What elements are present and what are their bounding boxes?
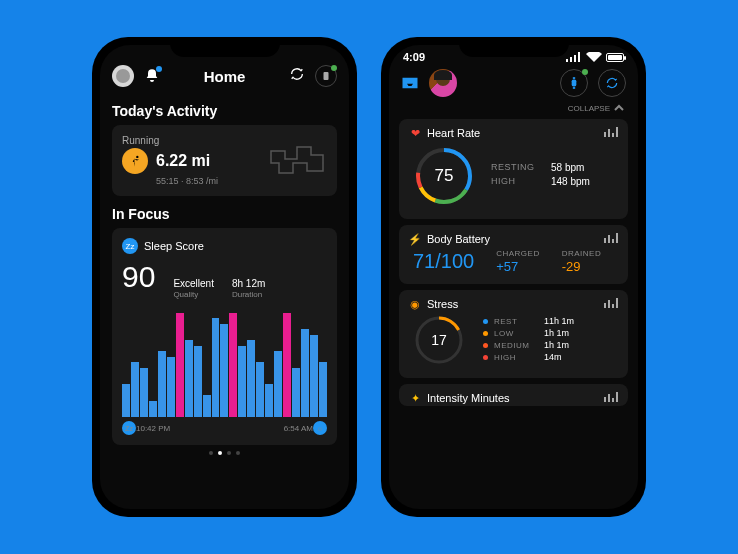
- sync-button[interactable]: [289, 66, 305, 86]
- svg-rect-20: [612, 239, 614, 243]
- stress-title: Stress: [427, 298, 458, 310]
- svg-rect-2: [566, 59, 568, 62]
- status-time: 4:09: [403, 51, 425, 63]
- battery-icon: ⚡: [409, 233, 421, 245]
- sleep-score: 90: [122, 260, 155, 294]
- chart-axis: Zz 10:42 PM 6:54 AM ☼: [122, 421, 327, 435]
- running-card[interactable]: Running 6.22 mi 55:15 · 8:53 /mi: [112, 125, 337, 196]
- legend-value: 1h 1m: [544, 340, 569, 350]
- legend-value: 1h 1m: [544, 328, 569, 338]
- svg-rect-12: [616, 127, 618, 137]
- svg-rect-24: [612, 304, 614, 308]
- legend-label: LOW: [494, 329, 538, 338]
- chart-bar: [274, 351, 282, 417]
- svg-rect-19: [608, 235, 610, 243]
- chart-bar: [229, 313, 237, 418]
- screen-home: Home Today's Activity Running 6.22 mi: [100, 45, 349, 509]
- stress-legend: REST11h 1mLOW1h 1mMEDIUM1h 1mHIGH14m: [483, 316, 574, 364]
- avatar[interactable]: [429, 69, 457, 97]
- focus-section-title: In Focus: [112, 206, 337, 222]
- sync-button[interactable]: [598, 69, 626, 97]
- status-dot-icon: [582, 69, 588, 75]
- chart-bar: [158, 351, 166, 417]
- chart-bar: [167, 357, 175, 418]
- notifications-button[interactable]: [144, 68, 160, 84]
- legend-label: HIGH: [494, 353, 538, 362]
- header-right: [289, 65, 337, 87]
- signal-icon: [566, 52, 582, 62]
- chart-bar: [140, 368, 148, 418]
- svg-rect-25: [616, 298, 618, 308]
- avatar[interactable]: [112, 65, 134, 87]
- svg-rect-23: [608, 300, 610, 308]
- chart-icon[interactable]: [604, 127, 618, 139]
- chart-icon[interactable]: [604, 392, 618, 404]
- hr-value: 75: [413, 145, 475, 207]
- collapse-button[interactable]: COLLAPSE: [389, 103, 638, 113]
- sun-icon: ☼: [313, 421, 327, 435]
- resting-value: 58 bpm: [551, 162, 584, 173]
- chart-bar: [212, 318, 220, 417]
- device-button[interactable]: [315, 65, 337, 87]
- chart-icon[interactable]: [604, 233, 618, 245]
- intensity-card[interactable]: ✦ Intensity Minutes: [399, 384, 628, 406]
- high-value: 148 bpm: [551, 176, 590, 187]
- device-button[interactable]: [560, 69, 588, 97]
- activity-section-title: Today's Activity: [112, 103, 337, 119]
- legend-dot-icon: [483, 319, 488, 324]
- svg-rect-31: [616, 392, 618, 402]
- notch: [170, 37, 280, 57]
- sleep-header: Zz Sleep Score: [122, 238, 327, 254]
- hr-title: Heart Rate: [427, 127, 480, 139]
- chart-bar: [220, 324, 228, 418]
- legend-row: HIGH14m: [483, 352, 574, 362]
- pager[interactable]: [100, 451, 349, 455]
- chart-bar: [176, 313, 184, 418]
- running-icon: [122, 148, 148, 174]
- bb-charged: CHARGED +57: [496, 249, 540, 274]
- collapse-label: COLLAPSE: [568, 104, 610, 113]
- header-left: [112, 65, 160, 87]
- svg-rect-28: [604, 397, 606, 402]
- sleep-chart: [122, 307, 327, 417]
- legend-value: 14m: [544, 352, 562, 362]
- sleep-title: Sleep Score: [144, 240, 204, 252]
- svg-point-1: [136, 156, 138, 158]
- high-label: HIGH: [491, 176, 533, 187]
- stress-card[interactable]: ◉ Stress 17 REST11h 1mLOW1h 1mMEDIUM1h 1…: [399, 290, 628, 378]
- hr-gauge: 75: [413, 145, 475, 207]
- svg-rect-8: [573, 87, 575, 89]
- stress-body: 17 REST11h 1mLOW1h 1mMEDIUM1h 1mHIGH14m: [409, 310, 618, 370]
- body-battery-card[interactable]: ⚡ Body Battery 71/100 CHARGED +57 DRAINE…: [399, 225, 628, 284]
- card-header: ✦ Intensity Minutes: [409, 392, 618, 404]
- svg-rect-29: [608, 394, 610, 402]
- chart-bar: [265, 384, 273, 417]
- activity-distance: 6.22 mi: [156, 152, 210, 170]
- battery-icon: [606, 53, 624, 62]
- x-start: 10:42 PM: [136, 424, 170, 433]
- chart-bar: [238, 346, 246, 418]
- stress-value: 17: [413, 314, 465, 366]
- card-header: ❤ Heart Rate: [409, 127, 618, 139]
- chart-icon[interactable]: [604, 298, 618, 310]
- sleep-card[interactable]: Zz Sleep Score 90 Excellent Quality 8h 1…: [112, 228, 337, 445]
- sleep-duration: 8h 12m Duration: [232, 278, 265, 299]
- chart-bar: [149, 401, 157, 418]
- charged-value: +57: [496, 259, 540, 274]
- status-right: [566, 51, 624, 63]
- inbox-tab[interactable]: [401, 76, 419, 90]
- chart-bar: [247, 340, 255, 417]
- x-end: 6:54 AM: [284, 424, 313, 433]
- legend-dot-icon: [483, 331, 488, 336]
- heart-rate-card[interactable]: ❤ Heart Rate 75: [399, 119, 628, 219]
- intensity-title: Intensity Minutes: [427, 392, 510, 404]
- legend-label: REST: [494, 317, 538, 326]
- header: [389, 63, 638, 103]
- bb-drained: DRAINED -29: [562, 249, 602, 274]
- bb-title: Body Battery: [427, 233, 490, 245]
- svg-rect-6: [572, 80, 577, 87]
- legend-row: MEDIUM1h 1m: [483, 340, 574, 350]
- svg-rect-22: [604, 303, 606, 308]
- quality-label: Quality: [173, 290, 214, 299]
- charged-label: CHARGED: [496, 249, 540, 258]
